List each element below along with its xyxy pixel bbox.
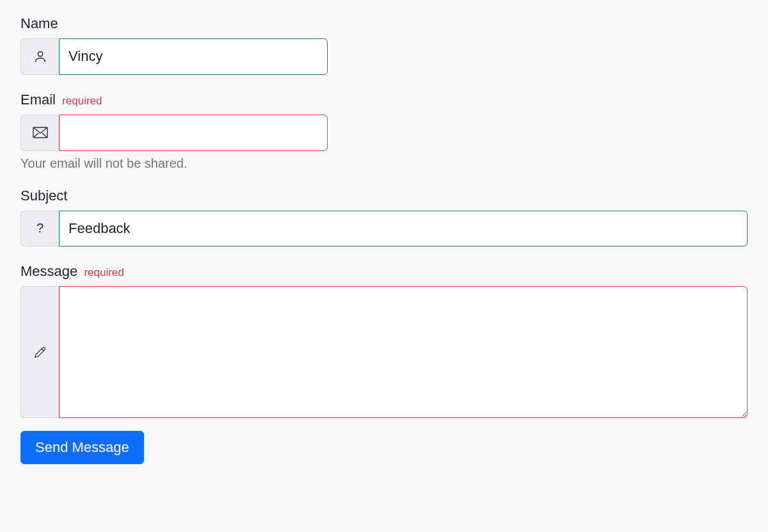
email-label: Email required (20, 92, 328, 108)
email-help-text: Your email will not be shared. (20, 156, 328, 171)
user-icon (20, 38, 59, 75)
envelope-icon (20, 115, 59, 151)
svg-point-0 (38, 52, 42, 56)
message-label-text: Message (20, 263, 77, 279)
subject-label: Subject (20, 188, 748, 204)
email-input-group (20, 115, 328, 151)
message-group: Message required (20, 263, 748, 418)
subject-input[interactable] (59, 211, 748, 247)
name-input-group (20, 38, 328, 75)
message-required-tag: required (84, 266, 124, 278)
send-message-button[interactable]: Send Message (20, 431, 144, 464)
pencil-icon (20, 286, 59, 418)
email-required-tag: required (62, 95, 102, 107)
subject-input-group: ? (20, 211, 748, 247)
email-input[interactable] (59, 115, 328, 151)
contact-form: Name Email required (0, 0, 768, 480)
name-group: Name (20, 15, 328, 75)
message-input-group (20, 286, 748, 418)
email-group: Email required Your email will not be sh… (20, 92, 328, 171)
message-label: Message required (20, 263, 748, 280)
name-input[interactable] (59, 38, 328, 75)
email-label-text: Email (20, 92, 56, 108)
message-textarea[interactable] (59, 286, 748, 418)
name-label: Name (20, 15, 328, 32)
question-icon: ? (20, 211, 59, 247)
subject-group: Subject ? (20, 188, 748, 247)
